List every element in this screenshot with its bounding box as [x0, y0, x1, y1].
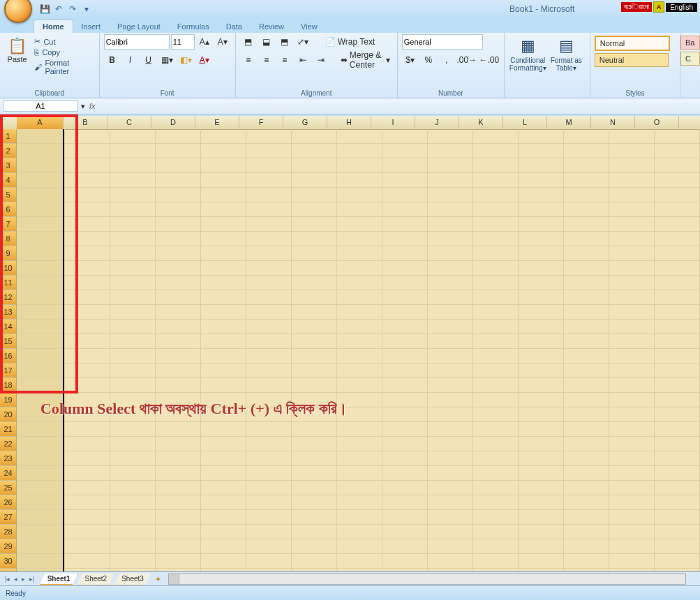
column-header-L[interactable]: L [503, 116, 547, 129]
cell[interactable] [382, 378, 427, 393]
cell[interactable] [65, 158, 110, 173]
cell[interactable] [563, 481, 609, 495]
cell[interactable] [17, 539, 65, 554]
column-header-O[interactable]: O [635, 116, 679, 129]
row-header-19[interactable]: 19 [0, 393, 17, 407]
row-header-7[interactable]: 7 [0, 217, 17, 232]
italic-button[interactable]: I [122, 52, 139, 68]
cell[interactable] [65, 422, 110, 437]
cell[interactable] [472, 261, 518, 276]
copy-button[interactable]: ⎘Copy [34, 48, 94, 57]
align-bottom-button[interactable]: ⬒ [276, 34, 293, 50]
cell[interactable] [246, 202, 292, 217]
cell[interactable] [110, 451, 156, 466]
percent-button[interactable]: % [420, 52, 437, 68]
tab-data[interactable]: Data [218, 20, 251, 33]
cell[interactable] [246, 510, 292, 525]
cell[interactable] [110, 320, 156, 334]
cell[interactable] [382, 290, 427, 305]
cell[interactable] [201, 202, 246, 217]
cell[interactable] [246, 495, 292, 510]
cell[interactable] [609, 349, 654, 363]
cell[interactable] [65, 246, 110, 261]
cell[interactable] [246, 349, 292, 363]
cell[interactable] [427, 539, 472, 554]
cell[interactable] [382, 349, 427, 363]
cell[interactable] [472, 334, 518, 349]
cell[interactable] [609, 290, 654, 305]
cell[interactable] [201, 495, 246, 510]
cell[interactable] [110, 144, 156, 158]
last-sheet-button[interactable]: ▸| [27, 576, 36, 583]
cell[interactable] [563, 393, 609, 407]
underline-button[interactable]: U [140, 52, 157, 68]
cell[interactable] [65, 188, 110, 202]
cell[interactable] [654, 554, 699, 569]
cell[interactable] [337, 144, 382, 158]
cell[interactable] [609, 510, 654, 525]
cell[interactable] [337, 232, 382, 246]
cell[interactable] [609, 246, 654, 261]
cell[interactable] [382, 525, 427, 539]
cell[interactable] [201, 188, 246, 202]
cell[interactable] [518, 320, 563, 334]
row-header-13[interactable]: 13 [0, 305, 17, 320]
number-format-select[interactable] [402, 34, 483, 50]
cell[interactable] [201, 481, 246, 495]
cell[interactable] [427, 466, 472, 481]
cell[interactable] [518, 378, 563, 393]
cell[interactable] [563, 290, 609, 305]
cell[interactable] [654, 363, 699, 378]
cell[interactable] [382, 334, 427, 349]
cell[interactable] [609, 466, 654, 481]
cell[interactable] [563, 305, 609, 320]
cell[interactable] [382, 246, 427, 261]
row-header-18[interactable]: 18 [0, 378, 17, 393]
cell[interactable] [472, 276, 518, 290]
cell[interactable] [609, 393, 654, 407]
cell[interactable] [201, 334, 246, 349]
cell[interactable] [246, 363, 292, 378]
cell[interactable] [654, 481, 699, 495]
tab-formulas[interactable]: Formulas [169, 20, 218, 33]
currency-button[interactable]: $▾ [402, 52, 419, 68]
cell[interactable] [201, 539, 246, 554]
format-painter-button[interactable]: 🖌Format Painter [34, 59, 94, 75]
cell[interactable] [292, 173, 337, 188]
cell[interactable] [563, 232, 609, 246]
cell[interactable] [246, 378, 292, 393]
cell[interactable] [246, 188, 292, 202]
cell[interactable] [17, 188, 65, 202]
cell[interactable] [246, 422, 292, 437]
cell[interactable] [201, 437, 246, 451]
cell[interactable] [654, 393, 699, 407]
cell[interactable] [563, 422, 609, 437]
cell[interactable] [563, 451, 609, 466]
cell[interactable] [156, 437, 201, 451]
cell[interactable] [337, 276, 382, 290]
cell[interactable] [427, 363, 472, 378]
cell[interactable] [472, 554, 518, 569]
undo-icon[interactable]: ↶ [53, 3, 64, 15]
cell[interactable] [292, 363, 337, 378]
cell[interactable] [110, 276, 156, 290]
cell[interactable] [110, 246, 156, 261]
cell[interactable] [337, 261, 382, 276]
cell[interactable] [609, 305, 654, 320]
cell[interactable] [17, 232, 65, 246]
cell[interactable] [156, 510, 201, 525]
cell[interactable] [246, 246, 292, 261]
cell[interactable] [110, 158, 156, 173]
cell[interactable] [17, 158, 65, 173]
cell[interactable] [156, 232, 201, 246]
cell[interactable] [17, 129, 65, 144]
cell[interactable] [427, 451, 472, 466]
cell[interactable] [472, 539, 518, 554]
cell[interactable] [472, 495, 518, 510]
tab-review[interactable]: Review [251, 20, 292, 33]
cell[interactable] [292, 466, 337, 481]
cell[interactable] [518, 217, 563, 232]
column-header-G[interactable]: G [283, 116, 327, 129]
row-header-29[interactable]: 29 [0, 539, 17, 554]
increase-decimal-button[interactable]: .00→ [456, 52, 477, 68]
